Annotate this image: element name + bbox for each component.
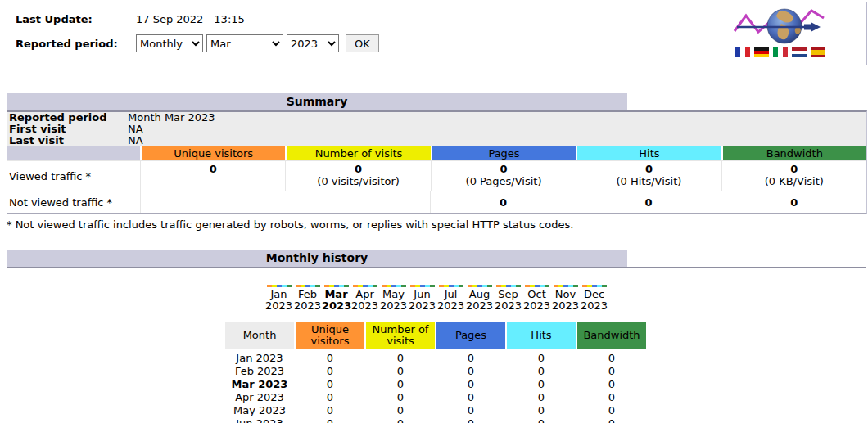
last-update-label: Last Update:: [16, 13, 136, 25]
history-month-cell: Jan 2023: [225, 352, 294, 364]
history-value-cell: 0: [577, 365, 646, 377]
period-type-select[interactable]: Monthly: [136, 34, 203, 52]
chart-month-label: Sep: [494, 289, 522, 300]
month-select[interactable]: Mar: [206, 34, 283, 52]
chart-month-column: Nov2023: [551, 285, 580, 312]
history-column-header: Unique visitors: [296, 322, 364, 349]
summary-info-row: First visitNA: [7, 124, 866, 135]
summary-info-value: NA: [128, 135, 143, 146]
header-frame: Last Update: 17 Sep 2022 - 13:15 Reporte…: [7, 2, 867, 65]
summary-column-header: Unique visitors: [140, 146, 285, 160]
history-value-cell: 0: [366, 352, 435, 364]
italian-flag-icon[interactable]: [773, 47, 788, 57]
summary-info-value: NA: [128, 124, 143, 135]
spanish-flag-icon[interactable]: [811, 47, 825, 57]
chart-year-label: 2023: [465, 300, 494, 312]
summary-column-header: Bandwidth: [721, 146, 866, 160]
viewed-traffic-cell: 0(0 visits/visitor): [285, 161, 430, 191]
history-month-cell: Feb 2023: [225, 365, 294, 377]
chart-year-label: 2023: [293, 300, 322, 312]
summary-info-label: Last visit: [7, 135, 128, 146]
viewed-traffic-cell: 0(0 Pages/Visit): [431, 161, 576, 191]
zero-bar-stub: [494, 285, 522, 287]
not-viewed-traffic-value: 0: [576, 191, 721, 213]
summary-column-header: Number of visits: [285, 146, 430, 160]
year-select[interactable]: 2023: [287, 34, 339, 52]
history-value-cell: 0: [507, 352, 576, 364]
viewed-traffic-value: 0: [432, 163, 576, 175]
history-value-cell: 0: [507, 378, 576, 390]
history-table-row: Jun 202300000: [7, 416, 866, 423]
language-flags: [730, 47, 830, 57]
zero-bar-stub: [408, 285, 436, 287]
summary-info-value: Month Mar 2023: [128, 112, 215, 124]
chart-month-column: Jun2023: [408, 285, 436, 312]
history-value-cell: 0: [436, 417, 505, 423]
bar-segment-bandwidth: [459, 285, 463, 287]
monthly-history-panel: Jan2023Feb2023Mar2023Apr2023May2023Jun20…: [7, 267, 866, 423]
not-viewed-empty-cell: [140, 191, 430, 213]
summary-section-title: Summary: [7, 93, 627, 110]
chart-month-column: May2023: [379, 285, 408, 312]
bar-segment-bandwidth: [373, 285, 377, 287]
zero-bar-stub: [580, 285, 608, 287]
chart-month-label: Apr: [350, 289, 379, 300]
history-value-cell: 0: [577, 404, 646, 416]
history-column-header: Number of visits: [366, 322, 435, 349]
chart-month-label: Nov: [551, 289, 580, 300]
history-value-cell: 0: [507, 365, 576, 377]
chart-month-column: Aug2023: [465, 285, 494, 312]
bar-segment-bandwidth: [516, 285, 521, 287]
chart-month-label: Oct: [522, 289, 551, 300]
history-value-cell: 0: [436, 391, 505, 403]
chart-year-label: 2023: [551, 300, 580, 312]
history-value-cell: 0: [366, 404, 435, 416]
history-column-header: Bandwidth: [577, 322, 646, 349]
zero-bar-stub: [293, 285, 322, 287]
history-value-cell: 0: [436, 404, 505, 416]
history-column-header: Hits: [507, 322, 576, 349]
chart-month-label: Jan: [264, 289, 293, 300]
not-viewed-traffic-row: Not viewed traffic * 000: [7, 191, 866, 213]
not-viewed-traffic-value: 0: [430, 191, 576, 213]
summary-info-row: Reported periodMonth Mar 2023: [7, 112, 866, 124]
bar-segment-bandwidth: [287, 285, 292, 287]
chart-month-column: Oct2023: [522, 285, 551, 312]
history-value-cell: 0: [577, 378, 646, 390]
summary-header-row: Unique visitorsNumber of visitsPagesHits…: [7, 146, 866, 160]
german-flag-icon[interactable]: [754, 47, 769, 57]
dutch-flag-icon[interactable]: [792, 47, 807, 57]
history-table-row: Mar 202300000: [7, 377, 866, 390]
zero-bar-stub: [436, 285, 465, 287]
bar-segment-bandwidth: [602, 285, 607, 287]
chart-month-label: Aug: [465, 289, 494, 300]
history-column-header: Pages: [436, 322, 505, 349]
chart-month-column: Mar2023: [322, 285, 350, 312]
bar-segment-bandwidth: [315, 285, 320, 287]
viewed-traffic-cell: 0: [140, 161, 285, 191]
zero-bar-stub: [264, 285, 293, 287]
zero-bar-stub: [350, 285, 379, 287]
history-value-cell: 0: [436, 352, 505, 364]
summary-footnote: * Not viewed traffic includes traffic ge…: [7, 218, 868, 231]
chart-year-label: 2023: [580, 300, 608, 312]
history-table-row: Apr 202300000: [7, 390, 866, 403]
history-value-cell: 0: [366, 417, 435, 423]
summary-header-spacer: [7, 146, 140, 160]
history-value-cell: 0: [366, 365, 435, 377]
zero-bar-stub: [322, 285, 350, 287]
ok-button[interactable]: OK: [346, 34, 379, 52]
history-month-cell: Apr 2023: [225, 391, 294, 403]
globe-logo-icon: [732, 6, 829, 44]
chart-year-label: 2023: [436, 300, 465, 312]
french-flag-icon[interactable]: [735, 47, 750, 57]
monthly-history-section-title: Monthly history: [7, 250, 627, 267]
history-value-cell: 0: [296, 352, 364, 364]
viewed-traffic-subvalue: (0 visits/visitor): [286, 175, 430, 187]
chart-month-label: Feb: [293, 289, 322, 300]
history-value-cell: 0: [296, 404, 364, 416]
reported-period-label: Reported period:: [16, 38, 136, 50]
summary-table: Reported periodMonth Mar 2023First visit…: [7, 110, 867, 214]
zero-bar-stub: [465, 285, 494, 287]
history-value-cell: 0: [507, 404, 576, 416]
